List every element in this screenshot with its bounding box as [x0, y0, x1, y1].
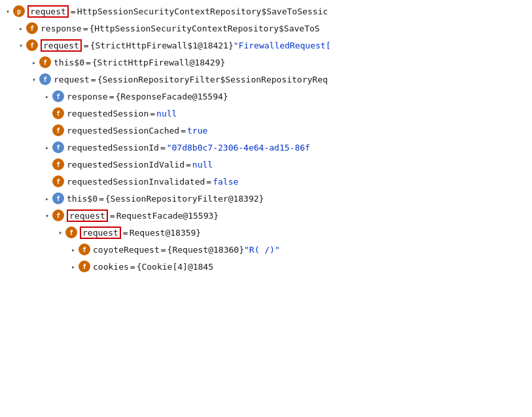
row-content: request = {SessionRepositoryFilter$Sessi… [54, 75, 529, 84]
expand-arrow[interactable]: ▾ [16, 40, 26, 50]
expand-arrow[interactable]: ▾ [29, 74, 39, 84]
var-value: {HttpSessionSecurityContextRepository$Sa… [89, 24, 319, 33]
var-value: {Cookie[4]@1845 [137, 262, 213, 272]
tree-row[interactable]: ▸frequestedSessionId = "07d8b0c7-2306-4e… [0, 139, 532, 156]
equals-sign: = [99, 194, 104, 204]
var-name: requestedSession [67, 109, 149, 118]
expand-arrow[interactable]: ▾ [55, 227, 65, 238]
equals-sign: = [123, 228, 128, 238]
equals-sign: = [181, 126, 186, 136]
tree-row[interactable]: frequestedSessionCached = true [0, 122, 532, 139]
row-content: request = RequestFacade@15593} [67, 209, 529, 222]
field-icon-f: f [65, 227, 77, 238]
collapse-arrow[interactable]: ▸ [42, 193, 52, 204]
var-value: {ResponseFacade@15594} [115, 92, 228, 101]
row-content: response = {ResponseFacade@15594} [67, 92, 529, 101]
row-content: request = {StrictHttpFirewall$1@18421} "… [41, 39, 529, 52]
field-icon-f: f [39, 73, 51, 85]
var-name: request [67, 209, 108, 222]
tree-row[interactable]: ▸fthis$0 = {SessionRepositoryFilter@1839… [0, 190, 532, 207]
var-value: null [192, 160, 213, 170]
equals-sign: = [86, 58, 91, 67]
equals-sign: = [71, 7, 76, 16]
var-name: request [41, 39, 82, 52]
tree-row[interactable]: frequestedSessionIdValid = null [0, 156, 532, 173]
var-value: HttpSessionSecurityContextRepository$Sav… [77, 7, 328, 16]
equals-sign: = [206, 177, 211, 187]
row-content: requestedSessionInvalidated = false [67, 177, 529, 187]
var-name: request [27, 5, 69, 18]
collapse-arrow[interactable]: ▸ [29, 57, 39, 67]
tree-row[interactable]: ▾frequest = {SessionRepositoryFilter$Ses… [0, 71, 532, 88]
row-content: request = HttpSessionSecurityContextRepo… [27, 5, 529, 18]
field-icon-f: f [26, 39, 38, 51]
field-icon-f: f [39, 56, 51, 68]
field-icon-f: f [79, 261, 90, 272]
field-icon-f: f [79, 244, 90, 255]
collapse-arrow[interactable]: ▸ [42, 91, 52, 101]
var-value: null [156, 109, 177, 118]
var-name: request [80, 227, 121, 239]
field-icon-f: f [52, 175, 64, 187]
equals-sign: = [160, 143, 166, 153]
tree-row[interactable]: ▾prequest = HttpSessionSecurityContextRe… [0, 3, 532, 20]
equals-sign: = [91, 75, 96, 84]
tree-row[interactable]: ▸fthis$0 = {StrictHttpFirewall@18429} [0, 54, 532, 71]
var-value: {SessionRepositoryFilter@18392} [105, 194, 264, 204]
collapse-arrow[interactable]: ▸ [68, 244, 79, 255]
collapse-arrow[interactable]: ▸ [42, 142, 52, 153]
expand-arrow[interactable]: ▾ [42, 210, 52, 221]
field-icon-f: f [52, 141, 64, 153]
var-name: this$0 [54, 58, 84, 67]
equals-sign: = [130, 262, 135, 272]
debug-tree: ▾prequest = HttpSessionSecurityContextRe… [0, 0, 532, 278]
row-content: requestedSessionIdValid = null [67, 160, 529, 170]
var-value-suffix: "FirewalledRequest[ [234, 41, 331, 50]
tree-row[interactable]: frequestedSession = null [0, 105, 532, 122]
row-content: request = Request@18359} [80, 227, 529, 239]
var-value: true [187, 126, 207, 136]
row-content: coyoteRequest = {Request@18360} "R( /)" [93, 245, 529, 255]
var-value-suffix: "R( /)" [244, 245, 280, 255]
var-value: RequestFacade@15593} [116, 211, 219, 221]
equals-sign: = [150, 109, 155, 118]
tree-row[interactable]: ▾frequest = {StrictHttpFirewall$1@18421}… [0, 37, 532, 54]
var-value: Request@18359} [130, 228, 202, 238]
field-icon-p: p [13, 5, 25, 17]
field-icon-f: f [52, 107, 64, 119]
expand-arrow[interactable]: ▾ [3, 6, 13, 16]
equals-sign: = [83, 24, 88, 33]
var-value: "07d8b0c7-2306-4e64-ad15-86f [167, 143, 310, 153]
tree-row[interactable]: ▸fcoyoteRequest = {Request@18360} "R( /)… [0, 241, 532, 258]
tree-row[interactable]: frequestedSessionInvalidated = false [0, 173, 532, 190]
var-name: response [67, 92, 108, 101]
row-content: this$0 = {SessionRepositoryFilter@18392} [67, 194, 529, 204]
collapse-arrow[interactable]: ▸ [68, 261, 79, 272]
row-content: requestedSession = null [67, 109, 529, 118]
row-content: response = {HttpSessionSecurityContextRe… [41, 24, 529, 33]
var-name: coyoteRequest [93, 245, 160, 255]
collapse-arrow[interactable]: ▸ [16, 23, 26, 33]
tree-row[interactable]: ▸fcookies = {Cookie[4]@1845 [0, 258, 532, 275]
tree-row[interactable]: ▸fresponse = {ResponseFacade@15594} [0, 88, 532, 105]
tree-row[interactable]: ▾frequest = Request@18359} [0, 224, 532, 241]
equals-sign: = [161, 245, 166, 255]
row-content: cookies = {Cookie[4]@1845 [93, 262, 529, 272]
tree-row[interactable]: ▸fresponse = {HttpSessionSecurityContext… [0, 20, 532, 37]
var-name: requestedSessionCached [67, 126, 179, 136]
var-value: {Request@18360} [168, 245, 244, 255]
row-content: this$0 = {StrictHttpFirewall@18429} [54, 58, 529, 67]
var-name: this$0 [67, 194, 98, 204]
var-value: {StrictHttpFirewall$1@18421} [90, 41, 234, 50]
var-name: request [54, 75, 90, 84]
tree-row[interactable]: ▾frequest = RequestFacade@15593} [0, 207, 532, 224]
var-value: {SessionRepositoryFilter$SessionReposito… [98, 75, 328, 84]
equals-sign: = [186, 160, 191, 170]
row-content: requestedSessionCached = true [67, 126, 529, 136]
row-content: requestedSessionId = "07d8b0c7-2306-4e64… [67, 143, 529, 153]
var-name: requestedSessionInvalidated [67, 177, 205, 187]
var-name: requestedSessionId [67, 143, 159, 153]
var-name: cookies [93, 262, 129, 272]
var-name: requestedSessionIdValid [67, 160, 185, 170]
var-value: false [213, 177, 238, 187]
